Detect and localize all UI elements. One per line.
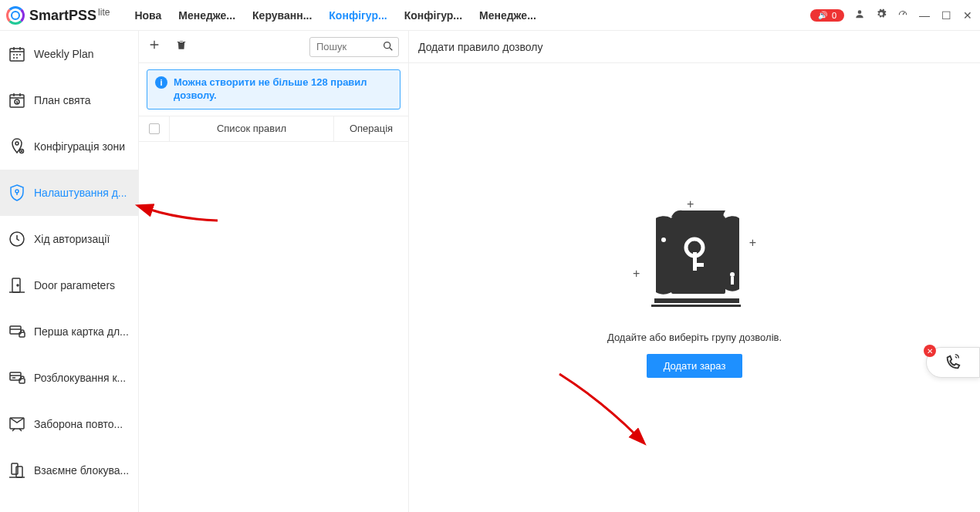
search-input[interactable] — [309, 37, 399, 57]
sidebar-item-holiday-plan[interactable]: План свята — [0, 77, 138, 123]
sidebar-item-permission-settings[interactable]: Налаштування д... — [0, 170, 138, 216]
add-rule-button[interactable] — [148, 39, 161, 55]
tab-4[interactable]: Конфігур... — [404, 9, 462, 22]
titlebar: SmartPSSlite Нова Менедже... Керуванн...… — [0, 0, 980, 31]
tab-bar: Нова Менедже... Керуванн... Конфігур... … — [134, 9, 536, 22]
svg-rect-26 — [651, 305, 741, 307]
close-icon[interactable]: ✕ — [961, 9, 974, 22]
svg-point-6 — [15, 190, 19, 193]
svg-rect-15 — [12, 463, 18, 474]
close-icon[interactable]: ✕ — [924, 345, 936, 357]
interlock-icon — [8, 461, 26, 480]
svg-rect-13 — [19, 379, 25, 383]
empty-state: + + + Додайте або виб — [409, 63, 980, 512]
app-name: SmartPSSlite — [29, 7, 110, 24]
rules-table-header: Список правил Операція — [139, 116, 408, 142]
sidebar-item-label: Перша картка дл... — [34, 325, 129, 338]
maximize-icon[interactable]: ☐ — [940, 9, 952, 22]
svg-point-0 — [858, 10, 862, 14]
sidebar-item-label: Хід авторизації — [34, 233, 110, 245]
info-icon: i — [155, 76, 167, 89]
sidebar-item-first-card[interactable]: Перша картка дл... — [0, 308, 138, 355]
floating-call-button[interactable]: ✕ — [926, 347, 980, 378]
search-box — [309, 37, 399, 57]
svg-rect-24 — [731, 277, 734, 285]
delete-rule-button[interactable] — [176, 39, 187, 55]
sidebar: Weekly Plan План свята Конфігурація зони… — [0, 31, 139, 512]
card-lock-icon — [8, 322, 26, 341]
sidebar-item-label: Налаштування д... — [34, 187, 127, 199]
volume-badge[interactable]: 0 — [810, 9, 844, 22]
antipassback-icon — [8, 415, 26, 433]
sidebar-item-auth-progress[interactable]: Хід авторизації — [0, 216, 138, 262]
col-rules: Список правил — [170, 116, 334, 141]
speed-icon[interactable] — [897, 8, 909, 22]
empty-illustration: + + + — [633, 197, 756, 321]
svg-rect-21 — [693, 252, 697, 271]
sidebar-item-weekly-plan[interactable]: Weekly Plan — [0, 31, 138, 77]
calendar-icon — [8, 45, 26, 63]
logo-icon — [6, 6, 25, 25]
rules-toolbar — [139, 31, 408, 63]
clock-icon — [8, 230, 26, 248]
svg-point-18 — [661, 237, 666, 242]
detail-panel: Додати правило дозволу + + + — [409, 31, 980, 512]
sidebar-item-door-parameters[interactable]: Door parameters — [0, 262, 138, 308]
detail-title: Додати правило дозволу — [409, 31, 980, 63]
holiday-icon — [8, 91, 26, 109]
door-icon — [8, 276, 26, 295]
main-area: Weekly Plan План свята Конфігурація зони… — [0, 31, 980, 512]
sidebar-item-label: План свята — [34, 94, 91, 106]
sidebar-item-zone-config[interactable]: Конфігурація зони — [0, 123, 138, 170]
select-all-cell — [139, 116, 170, 141]
gear-icon[interactable] — [875, 8, 887, 22]
phone-icon — [945, 354, 961, 371]
info-banner: i Можна створити не більше 128 правил до… — [147, 69, 400, 109]
svg-point-9 — [17, 285, 19, 286]
sidebar-item-label: Door parameters — [34, 279, 115, 291]
window-controls: 0 — ☐ ✕ — [810, 8, 974, 22]
shield-icon — [8, 184, 26, 202]
add-now-button[interactable]: Додати зараз — [647, 354, 743, 378]
empty-text: Додайте або виберіть групу дозволів. — [607, 332, 782, 343]
sidebar-item-label: Розблокування к... — [34, 372, 126, 384]
select-all-checkbox[interactable] — [149, 123, 160, 134]
info-text: Можна створити не більше 128 правил дозв… — [174, 76, 392, 103]
sidebar-item-unlock[interactable]: Розблокування к... — [0, 355, 138, 401]
tab-3[interactable]: Конфігур... — [329, 9, 387, 22]
minimize-icon[interactable]: — — [918, 9, 931, 22]
sidebar-item-label: Weekly Plan — [34, 48, 94, 60]
rules-panel: i Можна створити не більше 128 правил до… — [139, 31, 409, 512]
sidebar-item-label: Заборона повто... — [34, 418, 123, 430]
tab-1[interactable]: Менедже... — [178, 9, 235, 22]
sidebar-item-antipassback[interactable]: Заборона повто... — [0, 401, 138, 447]
tab-5[interactable]: Менедже... — [479, 9, 536, 22]
user-icon[interactable] — [853, 8, 866, 22]
svg-rect-16 — [16, 467, 22, 477]
zone-icon — [8, 137, 26, 156]
sidebar-item-interlock[interactable]: Взаємне блокува... — [0, 447, 138, 493]
sidebar-item-label: Конфігурація зони — [34, 140, 125, 153]
svg-point-23 — [730, 272, 735, 277]
tab-2[interactable]: Керуванн... — [252, 9, 312, 22]
svg-rect-11 — [19, 332, 25, 337]
svg-rect-22 — [693, 263, 704, 267]
tab-0[interactable]: Нова — [134, 9, 161, 22]
svg-point-4 — [15, 142, 19, 145]
unlock-icon — [8, 369, 26, 387]
svg-rect-25 — [654, 298, 739, 303]
col-operation: Операція — [334, 116, 408, 141]
sidebar-item-label: Взаємне блокува... — [34, 464, 129, 477]
